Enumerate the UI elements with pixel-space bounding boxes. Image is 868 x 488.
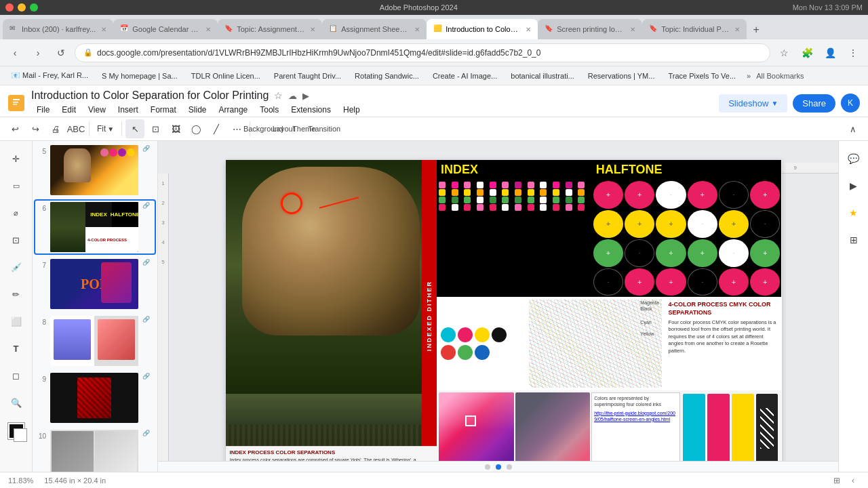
menu-slide[interactable]: Slide: [183, 103, 212, 117]
slide-thumb-10[interactable]: 10 🔗: [35, 428, 155, 472]
extensions-icon[interactable]: 🧩: [797, 43, 816, 62]
menu-edit[interactable]: Edit: [56, 103, 81, 117]
menu-help[interactable]: Help: [338, 103, 366, 117]
tab-close-icon[interactable]: ✕: [526, 26, 531, 33]
bookmark-mail[interactable]: 📧 Mail - Frey, Karl R...: [5, 70, 94, 81]
text-box-tool[interactable]: ⊡: [146, 119, 165, 138]
collapse-toolbar[interactable]: ∧: [844, 119, 863, 138]
redo-button[interactable]: ↪: [26, 119, 45, 138]
tab-calendar[interactable]: 📅 Google Calendar - We... ✕: [113, 19, 218, 39]
present-icon[interactable]: ▶: [842, 174, 866, 198]
slide-preview-10[interactable]: [50, 430, 138, 472]
menu-insert[interactable]: Insert: [113, 103, 144, 117]
background-button[interactable]: Background: [254, 119, 273, 138]
prev-slide-icon[interactable]: ‹: [846, 474, 860, 487]
line-tool[interactable]: ╱: [207, 119, 226, 138]
bookmark-ai[interactable]: Create - AI Image...: [427, 70, 502, 81]
menu-view[interactable]: View: [83, 103, 111, 117]
bookmark-homepage[interactable]: S My homepage | Sa...: [96, 70, 183, 81]
nav-dot-active[interactable]: [496, 464, 501, 470]
tool-crop[interactable]: ⊡: [4, 228, 28, 252]
bookmark-icon[interactable]: ☆: [774, 43, 793, 62]
tab-assignment[interactable]: 🔖 Topic: Assignment #66 ✕: [218, 19, 322, 39]
background-color[interactable]: [14, 428, 27, 442]
tool-text[interactable]: T: [4, 336, 28, 361]
tool-select[interactable]: ▭: [4, 174, 28, 198]
slide-preview-9[interactable]: [50, 373, 138, 423]
menu-arrange[interactable]: Arrange: [214, 103, 254, 117]
template-icon[interactable]: ⊞: [842, 228, 866, 252]
slide-preview-8[interactable]: [50, 316, 138, 366]
undo-button[interactable]: ↩: [5, 119, 24, 138]
foreground-color[interactable]: [8, 423, 24, 439]
tab-screen-printing[interactable]: 🔖 Screen printing loops ... ✕: [538, 19, 642, 39]
layout-button[interactable]: Layout: [274, 119, 293, 138]
bookmark-rotating[interactable]: Rotating Sandwic...: [349, 70, 425, 81]
tool-zoom[interactable]: 🔍: [4, 390, 28, 415]
minimize-button[interactable]: [18, 3, 26, 12]
url-bar[interactable]: 🔒 docs.google.com/presentation/d/1VLWRrB…: [75, 43, 770, 62]
maximize-button[interactable]: [30, 3, 38, 12]
all-bookmarks[interactable]: All Bookmarks: [756, 72, 804, 80]
presentation-title[interactable]: Introduction to Color Separation for Col…: [31, 89, 269, 102]
print-button[interactable]: 🖨: [46, 119, 65, 138]
tab-close-icon[interactable]: ✕: [101, 26, 106, 33]
slideshow-dropdown-icon[interactable]: ▼: [771, 100, 778, 107]
menu-icon[interactable]: ⋮: [844, 43, 863, 62]
bookmark-parent[interactable]: Parent Taught Driv...: [269, 70, 347, 81]
tool-eraser[interactable]: ⬜: [4, 309, 28, 333]
tab-inbox[interactable]: ✉ Inbox (200) · karlfrey... ✕: [3, 19, 113, 39]
profile-icon[interactable]: 👤: [821, 43, 840, 62]
bookmark-botanical[interactable]: botanical illustrati...: [505, 70, 580, 81]
tool-eyedropper[interactable]: 💉: [4, 255, 28, 279]
slide-thumb-8[interactable]: 8 🔗: [35, 314, 155, 367]
forward-button[interactable]: ›: [28, 43, 47, 62]
back-button[interactable]: ‹: [5, 43, 24, 62]
share-button[interactable]: Share: [793, 94, 835, 113]
zoom-dropdown[interactable]: Fit ▼: [93, 119, 118, 138]
tool-move[interactable]: ✛: [4, 146, 28, 171]
slide-canvas[interactable]: https://t-biznetwork.com/uncategorized/i…: [226, 160, 782, 472]
slide-thumb-5[interactable]: 5 🔗: [35, 144, 155, 197]
select-tool[interactable]: ↖: [125, 119, 144, 138]
grid-icon[interactable]: ⊞: [830, 474, 844, 487]
tool-lasso[interactable]: ⌀: [4, 201, 28, 225]
bookmark-reservations[interactable]: Reservations | YM...: [583, 70, 660, 81]
new-tab-button[interactable]: +: [747, 20, 766, 39]
slide-preview-6[interactable]: INDEX HALFTONE 4-COLOR PROCESS: [50, 202, 138, 252]
nav-dot[interactable]: [507, 464, 512, 470]
tool-shape[interactable]: ◻: [4, 363, 28, 388]
menu-format[interactable]: Format: [145, 103, 182, 117]
menu-extensions[interactable]: Extensions: [285, 103, 336, 117]
slide-preview-7[interactable]: POP: [50, 259, 138, 309]
slide-preview-5[interactable]: [50, 145, 138, 195]
tab-close-icon[interactable]: ✕: [734, 26, 740, 33]
slide-thumb-9[interactable]: 9 🔗: [35, 371, 155, 424]
spellcheck-button[interactable]: ABC: [66, 119, 85, 138]
tab-individual[interactable]: 🔖 Topic: Individual Pres... ✕: [642, 19, 747, 39]
bookmark-tdlr[interactable]: TDLR Online Licen...: [186, 70, 266, 81]
explore-icon[interactable]: ★: [842, 201, 866, 225]
tab-close-icon[interactable]: ✕: [310, 26, 315, 33]
nav-dot[interactable]: [485, 464, 490, 470]
image-tool[interactable]: 🖼: [166, 119, 185, 138]
info-popup-link[interactable]: http://the-print-guide.blogspot.com/2009…: [594, 410, 677, 422]
slide-thumb-6[interactable]: 6 INDEX HALFTONE 4-COLOR PROCESS: [35, 201, 155, 253]
slideshow-button[interactable]: Slideshow ▼: [719, 94, 787, 113]
menu-tools[interactable]: Tools: [254, 103, 284, 117]
slides-panel[interactable]: 5 🔗 6: [33, 141, 158, 472]
tab-close-icon[interactable]: ✕: [205, 26, 211, 33]
transition-button[interactable]: Transition: [315, 119, 334, 138]
slide-thumb-7[interactable]: 7 POP 🔗: [35, 258, 155, 310]
close-button[interactable]: [5, 3, 14, 12]
user-avatar[interactable]: K: [841, 94, 860, 113]
menu-file[interactable]: File: [31, 103, 55, 117]
reload-button[interactable]: ↺: [52, 43, 71, 62]
comments-icon[interactable]: 💬: [842, 146, 866, 171]
bookmark-trace[interactable]: Trace Pixels To Ve...: [663, 70, 741, 81]
window-controls[interactable]: [5, 3, 38, 12]
shapes-tool[interactable]: ◯: [186, 119, 205, 138]
tab-color-sep[interactable]: 🟨 Introduction to Color S... ✕: [427, 19, 538, 39]
tool-brush[interactable]: ✏: [4, 282, 28, 306]
star-icon[interactable]: ☆: [274, 90, 283, 101]
